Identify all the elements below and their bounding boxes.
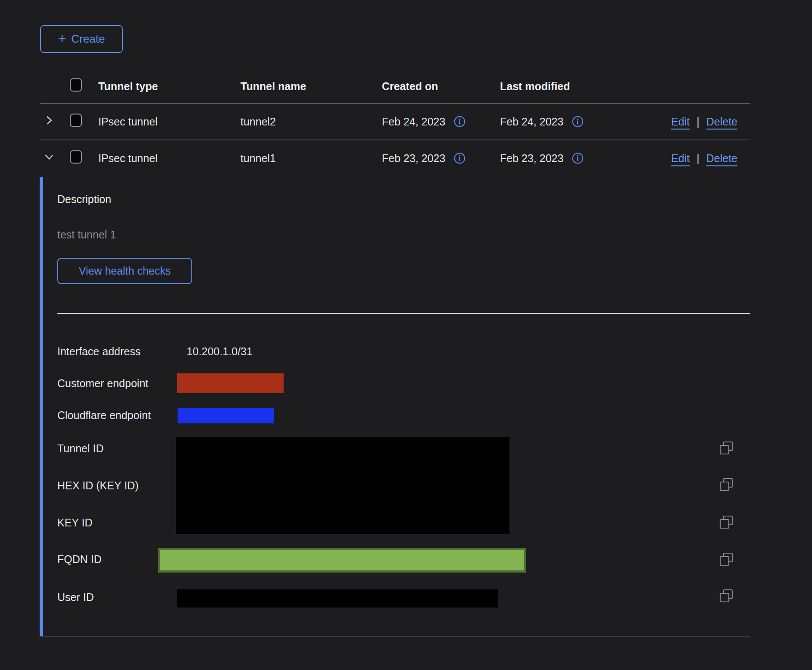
copy-icon[interactable] xyxy=(718,515,734,530)
info-icon[interactable] xyxy=(572,153,584,164)
header-tunnel-type: Tunnel type xyxy=(98,80,158,92)
fqdn-id-redacted-value xyxy=(158,548,526,573)
create-button-label: Create xyxy=(71,32,105,46)
created-on-cell: Feb 24, 2023 xyxy=(382,115,445,128)
info-icon[interactable] xyxy=(572,116,584,127)
delete-link[interactable]: Delete xyxy=(706,152,737,165)
edit-link[interactable]: Edit xyxy=(671,152,690,165)
last-modified-cell: Feb 23, 2023 xyxy=(500,152,563,165)
tunnels-page: + Create Tunnel type Tunnel name Created… xyxy=(0,0,812,670)
key-id-label: KEY ID xyxy=(57,517,93,529)
expanded-tunnel-panel: Description test tunnel 1 View health ch… xyxy=(40,177,750,637)
hex-id-label: HEX ID (KEY ID) xyxy=(57,479,138,492)
plus-icon: + xyxy=(58,31,66,45)
description-value: test tunnel 1 xyxy=(57,229,116,241)
select-all-checkbox[interactable] xyxy=(70,78,82,91)
cloudflare-endpoint-label: Cloudflare endpoint xyxy=(57,409,151,422)
table-header: Tunnel type Tunnel name Created on Last … xyxy=(40,69,750,104)
user-id-label: User ID xyxy=(57,591,94,604)
tunnel-type-cell: IPsec tunnel xyxy=(98,152,158,165)
create-button[interactable]: + Create xyxy=(40,25,123,53)
interface-address-label: Interface address xyxy=(57,345,141,358)
copy-icon[interactable] xyxy=(718,441,734,456)
created-on-cell: Feb 23, 2023 xyxy=(382,152,445,165)
copy-icon[interactable] xyxy=(718,552,734,567)
ids-redacted-block xyxy=(176,437,509,534)
header-tunnel-name: Tunnel name xyxy=(240,80,306,92)
header-last-modified: Last modified xyxy=(500,80,570,92)
tunnel-type-cell: IPsec tunnel xyxy=(98,115,158,128)
tunnel-id-label: Tunnel ID xyxy=(57,442,103,455)
fqdn-id-label: FQDN ID xyxy=(57,553,102,566)
edit-link[interactable]: Edit xyxy=(671,115,690,128)
last-modified-cell: Feb 24, 2023 xyxy=(500,115,563,128)
table-row: IPsec tunnel tunnel2 Feb 24, 2023 Feb 24… xyxy=(40,104,750,140)
view-health-checks-button[interactable]: View health checks xyxy=(57,258,192,284)
delete-link[interactable]: Delete xyxy=(706,115,737,128)
info-icon[interactable] xyxy=(454,116,465,127)
chevron-down-icon[interactable] xyxy=(44,151,55,165)
expanded-row-indicator-bar xyxy=(40,177,43,636)
row-checkbox[interactable] xyxy=(70,150,82,164)
action-separator: | xyxy=(696,115,700,128)
interface-address-value: 10.200.1.0/31 xyxy=(187,345,253,358)
tunnel-name-cell: tunnel2 xyxy=(240,115,276,128)
info-icon[interactable] xyxy=(454,153,465,164)
description-label: Description xyxy=(57,193,111,206)
user-id-redacted-value xyxy=(177,589,498,607)
customer-endpoint-redacted-value xyxy=(177,373,284,393)
divider xyxy=(57,313,750,314)
customer-endpoint-label: Customer endpoint xyxy=(57,377,148,390)
chevron-right-icon[interactable] xyxy=(44,115,55,128)
row-checkbox[interactable] xyxy=(70,113,82,127)
copy-icon[interactable] xyxy=(718,589,734,604)
header-created-on: Created on xyxy=(382,80,438,92)
copy-icon[interactable] xyxy=(718,477,734,493)
tunnel-name-cell: tunnel1 xyxy=(240,152,276,165)
action-separator: | xyxy=(696,152,700,165)
cloudflare-endpoint-redacted-value xyxy=(178,408,274,423)
table-row: IPsec tunnel tunnel1 Feb 23, 2023 Feb 23… xyxy=(40,140,750,177)
